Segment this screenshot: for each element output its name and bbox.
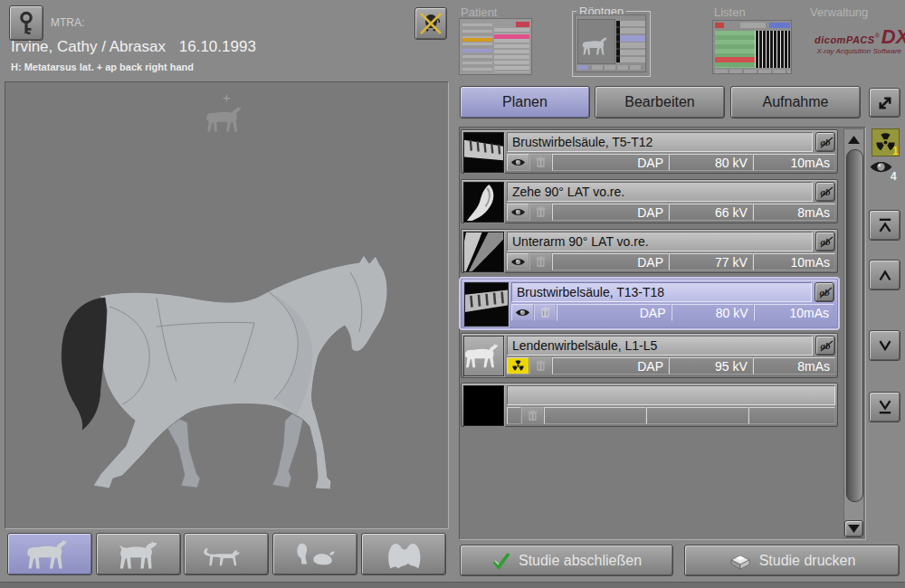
scroll-up-icon[interactable] xyxy=(844,131,863,147)
tab-planen[interactable]: Planen xyxy=(460,86,590,119)
animal-button-dog[interactable] xyxy=(96,533,181,575)
visibility-button[interactable] xyxy=(507,154,529,171)
exam-title-field[interactable] xyxy=(507,385,835,405)
eye-icon xyxy=(869,159,893,175)
key-button[interactable] xyxy=(9,5,43,41)
dog-icon xyxy=(112,539,165,570)
trash-icon xyxy=(528,410,538,422)
animal-button-exotic[interactable] xyxy=(272,533,357,575)
animal-button-cat[interactable] xyxy=(184,533,269,575)
pen-icon xyxy=(818,338,834,353)
visibility-button[interactable] xyxy=(507,204,529,221)
exam-row[interactable]: Zehe 90° LAT vo.re. ab DAP 66 kV 8m xyxy=(461,179,838,223)
kv-value: 95 kV xyxy=(669,357,753,375)
delete-button[interactable] xyxy=(529,253,552,270)
exam-title-field[interactable]: Lendenwirbelsäule, L1-L5 xyxy=(507,336,813,356)
rename-button[interactable]: ab xyxy=(815,132,835,152)
print-study-button[interactable]: Studie drucken xyxy=(684,545,900,576)
move-up-button[interactable] xyxy=(869,260,900,290)
horse-body-map[interactable] xyxy=(55,254,395,503)
kv-value: 66 kV xyxy=(669,204,753,221)
radiation-icon xyxy=(511,359,525,373)
nav-thumbnail-patient[interactable] xyxy=(459,18,532,75)
rename-button[interactable]: ab xyxy=(815,182,835,202)
visibility-button[interactable] xyxy=(507,253,529,270)
fullscreen-button[interactable] xyxy=(869,88,900,118)
move-down-icon xyxy=(875,336,895,356)
nav-thumbnail-listen[interactable] xyxy=(712,20,792,74)
tab-bearbeiten[interactable]: Bearbeiten xyxy=(595,86,725,119)
delete-button[interactable] xyxy=(529,204,552,221)
dap-value: DAP xyxy=(552,154,669,171)
exam-row[interactable]: Lendenwirbelsäule, L1-L5 ab DAP 95 kV xyxy=(461,333,838,378)
scroll-down-button[interactable] xyxy=(844,520,863,537)
logo-product: DX-R xyxy=(881,25,905,48)
delete-button[interactable] xyxy=(529,154,552,171)
mas-value: 10mAs xyxy=(753,253,835,270)
finish-study-label: Studie abschließen xyxy=(519,553,642,569)
eye-icon xyxy=(510,207,526,217)
move-down-button[interactable] xyxy=(869,330,900,361)
tab-aufnahme[interactable]: Aufnahme xyxy=(730,86,861,119)
tooth-icon xyxy=(377,539,430,570)
eye-icon xyxy=(510,157,526,167)
rename-button[interactable]: ab xyxy=(815,232,835,251)
exam-row-selected[interactable]: Brustwirbelsäule, T13-T18 ab DAP 80 kV xyxy=(461,279,838,328)
exam-row-empty[interactable] xyxy=(461,383,838,427)
scrollbar-thumb[interactable] xyxy=(846,149,863,502)
trash-icon xyxy=(536,156,546,168)
animal-button-tooth[interactable] xyxy=(361,533,446,575)
dap-value: DAP xyxy=(552,253,669,270)
rename-button[interactable]: ab xyxy=(814,282,834,302)
eye-count: 4 xyxy=(891,170,897,183)
app-logo: dicomPACS®DX-R X-ray Acquisition Softwar… xyxy=(814,25,901,55)
kv-value xyxy=(646,407,748,424)
xray-thumbnail[interactable] xyxy=(463,132,504,173)
delete-button[interactable] xyxy=(529,357,552,375)
pen-icon xyxy=(818,234,834,249)
xray-thumbnail[interactable] xyxy=(463,182,504,223)
patient-name: Irvine, Cathy / Abrasax xyxy=(11,38,166,55)
exam-title-field[interactable]: Zehe 90° LAT vo.re. xyxy=(507,182,813,202)
move-to-top-button[interactable] xyxy=(869,210,900,241)
exam-list-panel: Brustwirbelsäule, T5-T12 ab DAP 80 kV xyxy=(459,127,866,540)
finish-study-button[interactable]: Studie abschließen xyxy=(460,545,673,576)
printer-icon xyxy=(729,551,752,571)
exam-row[interactable]: Unterarm 90° LAT vo.re. ab DAP 77 kV xyxy=(461,229,838,273)
dap-value: DAP xyxy=(557,304,672,321)
animal-button-horse[interactable] xyxy=(7,533,92,575)
dap-value: DAP xyxy=(552,357,669,375)
planned-exposure-thumbnail[interactable] xyxy=(463,336,504,376)
rename-button[interactable]: ab xyxy=(815,336,835,356)
delete-button[interactable] xyxy=(534,304,557,321)
kv-value: 77 kV xyxy=(669,253,753,270)
xray-thumbnail[interactable] xyxy=(464,282,509,327)
radiation-status-button[interactable] xyxy=(507,357,529,375)
bottom-strip xyxy=(0,582,905,588)
exotic-animals-icon xyxy=(289,539,341,570)
horse-icon xyxy=(464,337,503,375)
nav-thumbnail-roentgen[interactable] xyxy=(575,14,646,72)
exam-title-field[interactable]: Brustwirbelsäule, T13-T18 xyxy=(511,282,812,302)
body-map-panel[interactable]: + xyxy=(5,81,449,529)
mas-value: 8mAs xyxy=(753,357,835,375)
exam-row[interactable]: Brustwirbelsäule, T5-T12 ab DAP 80 kV xyxy=(461,129,838,174)
trash-icon xyxy=(540,307,550,318)
visibility-button[interactable] xyxy=(511,304,534,321)
exam-title-field[interactable]: Unterarm 90° LAT vo.re. xyxy=(507,232,813,251)
check-icon xyxy=(491,552,511,570)
tab-bearbeiten-label: Bearbeiten xyxy=(624,94,694,110)
list-scrollbar[interactable] xyxy=(843,128,864,538)
mtra-label: MTRA: xyxy=(51,16,84,29)
nav-label-verwaltung: Verwaltung xyxy=(810,5,868,19)
trash-icon xyxy=(536,360,546,372)
patient-line: Irvine, Cathy / Abrasax 16.10.1993 xyxy=(11,38,256,56)
exam-title-field[interactable]: Brustwirbelsäule, T5-T12 xyxy=(507,132,813,152)
move-to-bottom-button[interactable] xyxy=(869,392,900,422)
delete-button[interactable] xyxy=(521,407,544,424)
xray-thumbnail[interactable] xyxy=(463,232,504,272)
move-bottom-icon xyxy=(875,397,895,417)
cat-icon xyxy=(200,539,252,570)
eye-icon xyxy=(510,257,526,267)
sound-muted-button[interactable] xyxy=(414,7,447,40)
